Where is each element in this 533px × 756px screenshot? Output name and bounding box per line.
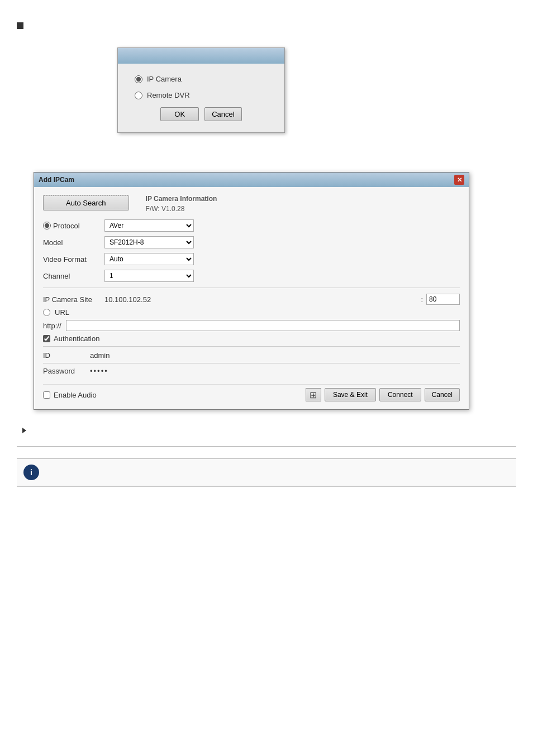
password-row: Password ••••• xyxy=(43,363,460,379)
model-select[interactable]: SF2012H-8 xyxy=(104,236,194,248)
id-label: ID xyxy=(43,351,88,360)
model-row: Model SF2012H-8 xyxy=(43,236,460,248)
enable-audio-label: Enable Audio xyxy=(54,391,97,399)
port-separator: : xyxy=(421,295,423,304)
url-input[interactable] xyxy=(66,320,460,331)
ok-button[interactable]: OK xyxy=(160,107,199,121)
diamond-bullet xyxy=(22,428,26,433)
close-button[interactable]: ✕ xyxy=(454,175,464,185)
video-format-select[interactable]: Auto xyxy=(104,253,194,265)
auto-search-button[interactable]: Auto Search xyxy=(43,195,129,210)
grid-icon[interactable]: ⊞ xyxy=(306,388,321,401)
note-section: i xyxy=(17,458,516,487)
password-label: Password xyxy=(43,367,88,375)
remote-dvr-option[interactable]: Remote DVR xyxy=(135,91,268,99)
ip-camera-radio[interactable] xyxy=(135,75,142,83)
ip-site-value: 10.100.102.52 xyxy=(104,295,421,304)
large-dialog-title: Add IPCam xyxy=(39,176,74,184)
video-format-row: Video Format Auto xyxy=(43,253,460,265)
add-ipcam-dialog: Add IPCam ✕ Auto Search IP Camera Inform… xyxy=(34,172,469,410)
ip-camera-label: IP Camera xyxy=(147,75,182,83)
url-label: URL xyxy=(55,308,69,317)
protocol-radio[interactable] xyxy=(43,222,51,229)
cancel-button-small[interactable]: Cancel xyxy=(204,107,241,121)
id-row: ID admin xyxy=(43,346,460,361)
info-icon: i xyxy=(23,465,39,480)
remote-dvr-label: Remote DVR xyxy=(147,91,190,99)
protocol-row: Protocol AVer xyxy=(43,219,460,232)
large-dialog-titlebar: Add IPCam ✕ xyxy=(34,173,469,187)
channel-label: Channel xyxy=(43,272,104,280)
remote-dvr-radio[interactable] xyxy=(135,92,142,99)
bullet-square xyxy=(17,22,23,29)
password-value: ••••• xyxy=(88,366,460,376)
firmware-label: F/W: V1.0.28 xyxy=(146,205,217,213)
connect-button[interactable]: Connect xyxy=(379,388,421,401)
ip-camera-option[interactable]: IP Camera xyxy=(135,75,268,83)
add-camera-type-dialog: IP Camera Remote DVR OK Cancel xyxy=(117,47,285,133)
video-format-label: Video Format xyxy=(43,255,104,264)
ip-site-label: IP Camera Site xyxy=(43,295,104,304)
ip-camera-site-row: IP Camera Site 10.100.102.52 : xyxy=(43,294,460,305)
protocol-label: Protocol xyxy=(53,222,80,230)
url-prefix: http:// xyxy=(43,322,61,330)
id-value: admin xyxy=(88,350,460,361)
save-exit-button[interactable]: Save & Exit xyxy=(325,388,376,401)
channel-select[interactable]: 1 xyxy=(104,270,194,282)
authentication-checkbox[interactable] xyxy=(43,335,50,342)
model-label: Model xyxy=(43,238,104,247)
authentication-row: Authentication xyxy=(43,334,460,343)
channel-row: Channel 1 xyxy=(43,270,460,282)
cancel-button-large[interactable]: Cancel xyxy=(425,388,460,401)
authentication-label: Authentication xyxy=(54,334,99,343)
small-dialog-titlebar xyxy=(118,48,284,64)
port-input[interactable] xyxy=(426,294,460,305)
url-row: http:// xyxy=(43,320,460,331)
enable-audio-checkbox[interactable] xyxy=(43,391,50,399)
protocol-select[interactable]: AVer xyxy=(104,219,194,232)
ip-camera-info-label: IP Camera Information xyxy=(146,195,217,203)
url-radio[interactable] xyxy=(43,309,50,316)
